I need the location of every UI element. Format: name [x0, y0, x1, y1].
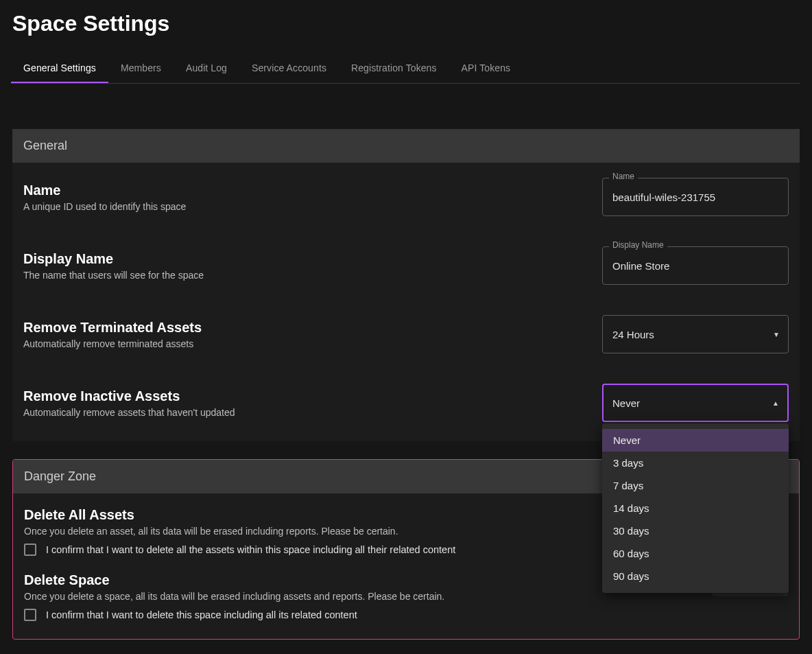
delete-assets-title: Delete All Assets	[24, 507, 692, 523]
remove-terminated-value: 24 Hours	[612, 329, 654, 340]
delete-assets-confirm-label: I confirm that I want to delete all the …	[46, 544, 455, 555]
display-name-desc: The name that users will see for the spa…	[23, 270, 602, 281]
tabs: General Settings Members Audit Log Servi…	[11, 54, 800, 84]
name-float-label: Name	[609, 172, 638, 181]
option-90-days[interactable]: 90 days	[602, 565, 789, 587]
tab-members[interactable]: Members	[108, 54, 174, 83]
display-name-title: Display Name	[23, 251, 602, 267]
row-name: Name A unique ID used to identify this s…	[12, 163, 800, 231]
general-panel-header: General	[12, 129, 800, 163]
delete-assets-desc: Once you delete an asset, all its data w…	[24, 526, 692, 537]
page-title: Space Settings	[12, 11, 800, 36]
tab-registration-tokens[interactable]: Registration Tokens	[339, 54, 449, 83]
display-name-input[interactable]	[602, 246, 789, 285]
chevron-up-icon: ▲	[772, 399, 779, 407]
delete-space-confirm-label: I confirm that I want to delete this spa…	[46, 609, 357, 620]
delete-assets-confirm[interactable]: I confirm that I want to delete all the …	[24, 544, 692, 556]
remove-inactive-value: Never	[612, 397, 640, 409]
name-input[interactable]	[602, 178, 789, 216]
chevron-down-icon: ▼	[773, 331, 780, 338]
remove-inactive-desc: Automatically remove assets that haven't…	[23, 407, 602, 418]
name-title: Name	[23, 183, 602, 198]
delete-space-desc: Once you delete a space, all its data wi…	[24, 591, 692, 602]
row-display-name: Display Name The name that users will se…	[12, 231, 800, 300]
option-60-days[interactable]: 60 days	[602, 542, 789, 565]
general-panel: General Name A unique ID used to identif…	[12, 129, 800, 441]
row-remove-inactive: Remove Inactive Assets Automatically rem…	[12, 369, 800, 441]
name-desc: A unique ID used to identify this space	[23, 201, 602, 212]
checkbox-icon[interactable]	[24, 609, 36, 621]
remove-inactive-title: Remove Inactive Assets	[23, 388, 602, 404]
option-30-days[interactable]: 30 days	[602, 519, 789, 542]
remove-inactive-dropdown: Never 3 days 7 days 14 days 30 days 60 d…	[602, 423, 789, 593]
remove-terminated-select[interactable]: 24 Hours ▼	[602, 315, 789, 353]
checkbox-icon[interactable]	[24, 544, 36, 556]
option-never[interactable]: Never	[602, 429, 789, 452]
tab-audit-log[interactable]: Audit Log	[174, 54, 239, 83]
option-7-days[interactable]: 7 days	[602, 474, 789, 497]
remove-terminated-title: Remove Terminated Assets	[23, 320, 602, 336]
remove-inactive-select[interactable]: Never ▲	[602, 384, 789, 422]
delete-space-confirm[interactable]: I confirm that I want to delete this spa…	[24, 609, 692, 621]
tab-api-tokens[interactable]: API Tokens	[449, 54, 523, 83]
tab-service-accounts[interactable]: Service Accounts	[239, 54, 339, 83]
option-3-days[interactable]: 3 days	[602, 452, 789, 474]
tab-general-settings[interactable]: General Settings	[11, 54, 108, 83]
display-name-float-label: Display Name	[609, 240, 667, 250]
option-14-days[interactable]: 14 days	[602, 497, 789, 519]
remove-terminated-desc: Automatically remove terminated assets	[23, 338, 602, 349]
row-remove-terminated: Remove Terminated Assets Automatically r…	[12, 300, 800, 369]
delete-space-title: Delete Space	[24, 572, 692, 588]
